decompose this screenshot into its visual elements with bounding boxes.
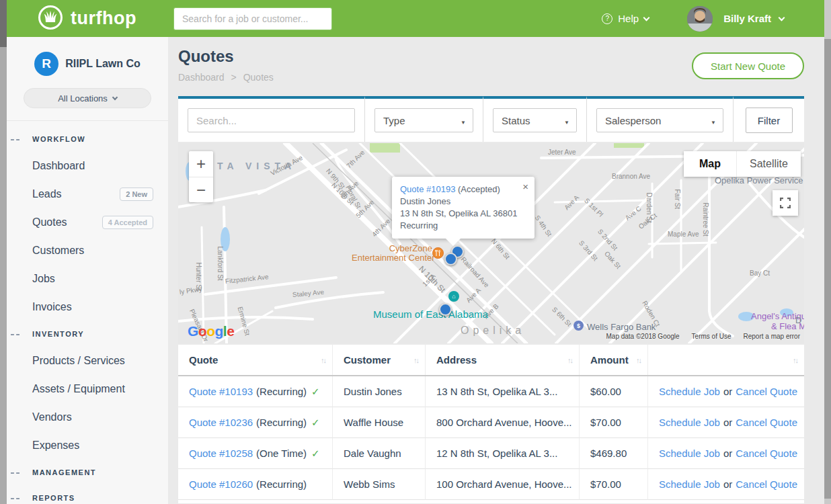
schedule-job-link[interactable]: Schedule Job (659, 478, 720, 490)
sidebar-item-vendors[interactable]: Vendors (7, 403, 168, 431)
status-select[interactable]: Status (493, 108, 577, 132)
help-menu[interactable]: ? Help (602, 13, 649, 24)
sidebar-item-jobs[interactable]: Jobs (7, 265, 168, 293)
address-cell: 100 Orchard Avenue, Hoove... (425, 469, 579, 500)
popup-customer: Dustin Jones (400, 196, 526, 208)
sidebar-item-customers[interactable]: Customers (7, 237, 168, 265)
sidebar-nav: WORKFLOW Dashboard Leads2 New Quotes4 Ac… (7, 121, 168, 504)
map-street-label: Raintree St (702, 203, 709, 237)
quote-link[interactable]: Quote #10193 (189, 386, 253, 397)
map-street-label: Brannon Ave (612, 173, 650, 180)
column-header-quote[interactable]: Quote (178, 345, 332, 375)
chevron-down-icon (779, 14, 785, 21)
sidebar-item-assets-equipment[interactable]: Assets / Equipment (7, 375, 168, 403)
restaurant-poi-icon[interactable] (432, 247, 444, 259)
table-row-partial (178, 500, 804, 503)
breadcrumb-dashboard[interactable]: Dashboard (178, 72, 225, 83)
google-logo[interactable]: Google (188, 323, 234, 339)
popup-frequency: Recurring (400, 220, 526, 232)
satellite-view-button[interactable]: Satellite (736, 151, 801, 177)
map-view-button[interactable]: Map (684, 151, 736, 177)
quote-link[interactable]: Quote #10258 (189, 448, 253, 459)
schedule-job-link[interactable]: Schedule Job (659, 386, 720, 397)
sidebar-item-dashboard[interactable]: Dashboard (7, 152, 168, 180)
sidebar-item-leads[interactable]: Leads2 New (7, 180, 168, 208)
cancel-quote-link[interactable]: Cancel Quote (736, 417, 797, 428)
company-logo: R (34, 52, 58, 76)
cancel-quote-link[interactable]: Cancel Quote (736, 478, 797, 490)
schedule-job-link[interactable]: Schedule Job (659, 417, 720, 428)
right-scrollbar[interactable] (824, 0, 831, 504)
address-cell: 13 N 8th St, Opelika AL 3... (425, 376, 579, 407)
accepted-check-icon: ✓ (311, 417, 320, 429)
sidebar-item-invoices[interactable]: Invoices (7, 293, 168, 321)
table-row: Quote #10193(Recurring)✓ Dustin Jones 13… (178, 376, 804, 407)
sidebar-item-quotes[interactable]: Quotes4 Accepted (7, 208, 168, 237)
quote-map-marker[interactable] (444, 253, 457, 265)
quote-link[interactable]: Quote #10260 (189, 478, 253, 490)
left-scrollbar[interactable] (0, 0, 7, 504)
popup-address: 13 N 8th St, Opelika AL 36801 (400, 208, 526, 220)
filter-button[interactable]: Filter (746, 108, 793, 133)
sidebar-item-expenses[interactable]: Expenses (7, 431, 168, 460)
app-window: turfhop ? Help Billy Kraft (7, 0, 824, 504)
customer-cell: Webb Sims (332, 469, 425, 500)
nav-section-management[interactable]: MANAGEMENT (7, 460, 168, 485)
quotes-search-input[interactable] (188, 108, 355, 132)
poi-angels-antiques: Angel's Antiqu & Flea M (734, 311, 804, 331)
amount-cell: $70.00 (579, 469, 647, 500)
sidebar: R RIIPL Lawn Co All Locations WORKFLOW D… (7, 37, 168, 504)
map-canvas[interactable]: TA VISTA N 10th St N 10th St Victoria Av… (178, 143, 804, 343)
grass-logo-icon (37, 4, 64, 34)
type-select[interactable]: Type (374, 108, 473, 132)
popup-quote-link[interactable]: Quote #10193 (400, 184, 455, 194)
terms-of-use-link[interactable]: Terms of Use (692, 333, 731, 340)
location-selector-label: All Locations (58, 93, 108, 103)
help-label: Help (618, 13, 639, 24)
global-search-input[interactable] (173, 7, 332, 30)
column-header-address[interactable]: Address (425, 345, 579, 375)
popup-close-icon[interactable]: × (522, 181, 528, 193)
map-attribution: Map data ©2018 Google Terms of Use Repor… (602, 331, 804, 341)
quote-map-marker[interactable] (439, 303, 452, 316)
table-row: Quote #10260(Recurring) Webb Sims 100 Or… (178, 469, 804, 500)
cancel-quote-link[interactable]: Cancel Quote (736, 386, 797, 397)
nav-section-reports[interactable]: REPORTS (7, 485, 168, 504)
table-header-row: Quote Customer Address Amount (178, 345, 804, 376)
company-block: R RIIPL Lawn Co All Locations (7, 37, 168, 121)
column-header-actions[interactable] (647, 345, 804, 375)
zoom-in-button[interactable]: + (189, 151, 213, 177)
nav-section-inventory[interactable]: INVENTORY (7, 321, 168, 347)
select-caret-icon (461, 115, 466, 126)
user-name[interactable]: Billy Kraft (723, 13, 771, 24)
column-header-amount[interactable]: Amount (579, 345, 647, 375)
location-selector[interactable]: All Locations (24, 88, 151, 108)
map-street-label: Fair St (674, 190, 681, 209)
turfhop-logo[interactable]: turfhop (37, 4, 136, 34)
fullscreen-button[interactable] (773, 190, 798, 216)
map-street-label: Lankford St (216, 247, 224, 281)
quotes-table: Quote Customer Address Amount Quote #101… (178, 345, 804, 503)
schedule-job-link[interactable]: Schedule Job (659, 448, 720, 459)
start-new-quote-button[interactable]: Start New Quote (692, 52, 804, 79)
select-caret-icon (711, 115, 716, 126)
column-header-customer[interactable]: Customer (332, 345, 425, 375)
customer-cell: Dale Vaughn (332, 438, 425, 469)
bank-poi-icon[interactable]: $ (573, 321, 584, 331)
poi-cyberzone: CyberZone Entertainment Center (352, 244, 432, 263)
report-map-error-link[interactable]: Report a map error (744, 333, 800, 340)
nav-section-workflow[interactable]: WORKFLOW (7, 126, 168, 152)
right-scrollbar-thumb[interactable] (824, 39, 831, 499)
poi-wells-fargo: Wells Fargo Bank (587, 322, 656, 332)
user-avatar[interactable] (687, 6, 713, 32)
zoom-out-button[interactable]: − (189, 177, 213, 202)
quote-link[interactable]: Quote #10236 (189, 417, 253, 428)
cancel-quote-link[interactable]: Cancel Quote (736, 448, 797, 459)
museum-poi-icon[interactable]: ⌂ (448, 291, 459, 302)
sidebar-item-products-services[interactable]: Products / Services (7, 347, 168, 375)
help-icon: ? (602, 13, 612, 24)
amount-cell: $70.00 (579, 407, 647, 438)
left-scrollbar-thumb[interactable] (0, 0, 7, 47)
salesperson-select[interactable]: Salesperson (596, 108, 723, 132)
map-zoom-control: + − (189, 151, 213, 202)
